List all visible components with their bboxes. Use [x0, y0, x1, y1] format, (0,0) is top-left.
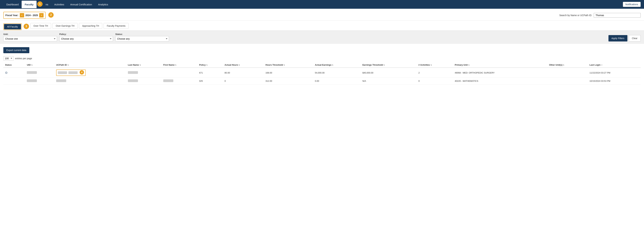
apply-filters-button[interactable]: Apply Filters	[608, 35, 628, 42]
col-last-login-sort-icon[interactable]: ▼	[601, 64, 603, 66]
table-row: 025 0 312.00 0.00 N/A 0 40220 - MATHEMAT…	[3, 78, 641, 84]
tab-over-earnings-th[interactable]: Over Earnings TH	[52, 23, 78, 29]
col-last-name-sort-icon[interactable]: ⇅	[140, 64, 141, 66]
col-actual-earnings-sort-icon[interactable]: ⇅	[332, 64, 333, 66]
col-last-login: Last Login▼	[588, 62, 641, 68]
entries-per-page-label: entries per page	[15, 57, 32, 60]
policy-filter-label: Policy:	[59, 33, 113, 36]
col-policy-sort-icon[interactable]: ⇅	[206, 64, 208, 66]
row1-first-name	[162, 68, 198, 78]
row1-other-units	[548, 68, 588, 78]
notifications-button[interactable]: Notifications	[623, 2, 641, 7]
col-num-activities-sort-icon[interactable]: ⇅	[430, 64, 432, 66]
clear-filters-button[interactable]: Clear	[629, 35, 641, 42]
col-ucpath-sort-icon[interactable]: ⇅	[68, 64, 69, 66]
top-area: Fiscal Year: < 2024 - 2025 > 2 Search by…	[0, 9, 644, 21]
status-filter-select[interactable]: Choose any	[115, 36, 169, 42]
step-1-badge: 1	[37, 1, 42, 7]
nav-item-dashboard[interactable]: Dashboard	[3, 1, 22, 8]
unit-filter-group: Unit: Choose one	[3, 33, 57, 42]
step-3-badge: 3	[24, 24, 29, 29]
col-hours-threshold-sort-icon[interactable]: ⇅	[284, 64, 285, 66]
fiscal-year-prev-button[interactable]: <	[20, 13, 24, 18]
row1-earnings-threshold: $40,000.00	[361, 68, 417, 78]
status-filter-label: Status:	[115, 33, 169, 36]
fiscal-year-label: Fiscal Year:	[5, 14, 18, 17]
nav-item-activities[interactable]: Activities	[51, 1, 67, 8]
row1-policy: 671	[198, 68, 223, 78]
row2-actual-hours: 0	[223, 78, 264, 84]
fiscal-year-box: Fiscal Year: < 2024 - 2025 >	[3, 12, 46, 19]
tab-all-faculty[interactable]: All Faculty	[4, 24, 21, 29]
col-status: Status	[3, 62, 25, 68]
row2-primary-unit: 40220 - MATHEMATICS	[453, 78, 548, 84]
nav-item-analytics[interactable]: Analytics	[95, 1, 111, 8]
policy-filter-select[interactable]: Choose any	[59, 36, 113, 42]
row2-ucpath-blurred	[56, 79, 66, 82]
tab-approaching-th[interactable]: Approaching TH	[79, 23, 102, 29]
row2-hours-threshold: 312.00	[264, 78, 313, 84]
row2-earnings-threshold: N/A	[361, 78, 417, 84]
nav-item-annual-certification[interactable]: Annual Certification	[67, 1, 95, 8]
row1-ucpath-id: 4	[54, 68, 126, 78]
col-uid: UID⇅	[25, 62, 54, 68]
col-primary-unit-sort-icon[interactable]: ⇅	[468, 64, 470, 66]
row2-other-units	[548, 78, 588, 84]
col-uid-sort-icon[interactable]: ⇅	[31, 64, 32, 66]
row1-ucpath-blurred	[58, 71, 67, 74]
col-primary-unit: Primary Unit⇅	[453, 62, 548, 68]
row2-actual-earnings: 0.00	[313, 78, 361, 84]
entries-row: 10 25 50 100 entries per page	[3, 56, 641, 61]
row2-ln-blurred	[128, 79, 138, 82]
row1-actual-earnings: 54,000.00	[313, 68, 361, 78]
row1-last-login: 11/22/2024 03:27 PM	[588, 68, 641, 78]
step-4-badge: 4	[80, 70, 84, 75]
row1-primary-unit: 49068 - MED: ORTHOPEDIC SURGERY	[453, 68, 548, 78]
row1-num-activities: 2	[417, 68, 453, 78]
nav-item-faculty[interactable]: Faculty	[22, 1, 36, 8]
col-first-name: First Name⇅	[162, 62, 198, 68]
row2-last-login: 10/15/2024 03:53 PM	[588, 78, 641, 84]
status-filter-group: Status: Choose any	[115, 33, 169, 42]
row1-status-icon: ⊙	[5, 71, 8, 74]
row1-ln-blurred	[128, 71, 138, 74]
col-other-units: Other Unit(s)⇅	[548, 62, 588, 68]
col-first-name-sort-icon[interactable]: ⇅	[175, 64, 176, 66]
filter-actions: Apply Filters Clear	[608, 35, 641, 42]
row2-num-activities: 0	[417, 78, 453, 84]
main-content: Export current data 10 25 50 100 entries…	[0, 44, 644, 88]
row1-actual-hours: 80.00	[223, 68, 264, 78]
tab-faculty-payments[interactable]: Faculty Payments	[104, 23, 128, 29]
entries-per-page-select[interactable]: 10 25 50 100	[3, 56, 14, 61]
tabs-area: All Faculty 3 Over Time TH Over Earnings…	[0, 21, 644, 31]
row2-ucpath-id	[54, 78, 126, 84]
row2-policy: 025	[198, 78, 223, 84]
nav-item-ns[interactable]: ns	[42, 1, 51, 8]
search-area: Search by Name or UCPath ID:	[559, 13, 641, 18]
search-input[interactable]	[594, 13, 641, 18]
row1-status: ⊙	[3, 68, 25, 78]
col-actual-hours-sort-icon[interactable]: ⇅	[238, 64, 240, 66]
step-2-badge: 2	[48, 12, 54, 18]
table-header-row: Status UID⇅ UCPath ID⇅ Last Name⇅ First …	[3, 62, 641, 68]
row1-last-name	[126, 68, 162, 78]
search-label: Search by Name or UCPath ID:	[559, 14, 592, 17]
row2-status	[3, 78, 25, 84]
row1-uid-blurred	[27, 71, 37, 74]
col-ucpath-id: UCPath ID⇅	[54, 62, 126, 68]
row1-hours-threshold: 168.00	[264, 68, 313, 78]
col-other-units-sort-icon[interactable]: ⇅	[563, 64, 564, 66]
tab-over-time-th[interactable]: Over Time TH	[30, 23, 51, 29]
row1-uid	[25, 68, 54, 78]
unit-filter-select[interactable]: Choose one	[3, 36, 57, 42]
export-button[interactable]: Export current data	[3, 47, 29, 53]
row2-uid-blurred	[27, 79, 37, 82]
fiscal-year-next-button[interactable]: >	[39, 13, 44, 18]
col-num-activities: # Activities⇅	[417, 62, 453, 68]
col-earnings-threshold: Earnings Threshold⇅	[361, 62, 417, 68]
row2-first-name	[162, 78, 198, 84]
fiscal-year-value: 2024 - 2025	[26, 14, 38, 17]
all-faculty-tab-wrap: All Faculty	[3, 23, 22, 30]
unit-filter-label: Unit:	[3, 33, 57, 36]
col-earnings-threshold-sort-icon[interactable]: ⇅	[383, 64, 385, 66]
